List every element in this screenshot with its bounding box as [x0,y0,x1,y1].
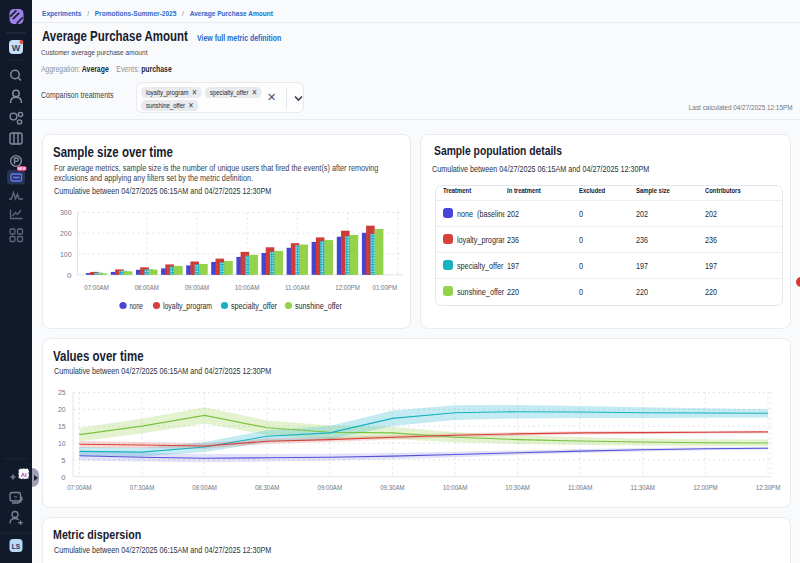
svg-text:07:30AM: 07:30AM [130,483,155,492]
svg-text:LS: LS [12,543,21,550]
svg-text:300: 300 [60,208,72,217]
svg-text:15: 15 [58,422,66,431]
svg-text:10: 10 [58,439,66,448]
svg-text:loyalty_program: loyalty_program [163,301,212,311]
svg-text:07:00AM: 07:00AM [67,483,92,492]
svg-text:09:00AM: 09:00AM [185,283,210,292]
svg-text:20: 20 [58,405,66,414]
svg-text:01:00PM: 01:00PM [373,283,398,292]
svg-text:09:30AM: 09:30AM [380,483,405,492]
svg-text:12:30PM: 12:30PM [756,483,781,492]
svg-text:12:00PM: 12:00PM [335,283,360,292]
svg-text:NEW: NEW [18,167,27,171]
svg-text:08:00AM: 08:00AM [134,283,159,292]
svg-text:0: 0 [61,473,66,482]
svg-text:specialty_offer: specialty_offer [231,301,277,311]
svg-text:09:00AM: 09:00AM [318,483,343,492]
svg-text:08:30AM: 08:30AM [255,483,280,492]
svg-text:10:30AM: 10:30AM [505,483,530,492]
svg-text:10:00AM: 10:00AM [443,483,468,492]
svg-text:07:00AM: 07:00AM [84,283,109,292]
svg-text:12:00PM: 12:00PM [693,483,718,492]
svg-text:0: 0 [67,271,72,280]
svg-text:?: ? [14,495,17,501]
svg-text:10:00AM: 10:00AM [235,283,260,292]
svg-text:11:00AM: 11:00AM [568,483,593,492]
svg-text:25: 25 [58,388,66,397]
svg-text:none: none [130,301,144,311]
svg-text:100: 100 [60,250,72,259]
svg-text:11:00AM: 11:00AM [285,283,310,292]
svg-text:11:30AM: 11:30AM [631,483,656,492]
svg-text:AI: AI [21,472,27,478]
svg-text:200: 200 [60,229,72,238]
svg-text:5: 5 [61,456,66,465]
svg-text:W: W [12,43,21,53]
svg-text:08:00AM: 08:00AM [192,483,217,492]
svg-text:sunshine_offer: sunshine_offer [295,301,342,311]
